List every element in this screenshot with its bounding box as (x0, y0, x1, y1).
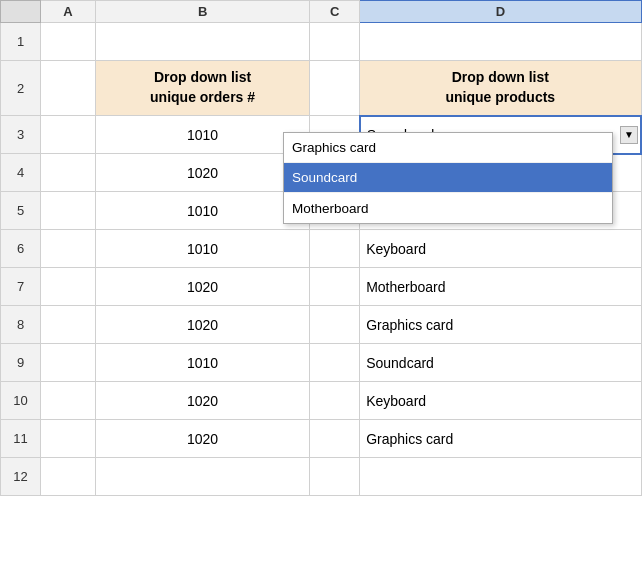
cell-1-c[interactable] (310, 23, 360, 61)
cell-5-b[interactable]: 1010 (95, 192, 309, 230)
cell-3-a[interactable] (41, 116, 96, 154)
cell-10-c[interactable] (310, 382, 360, 420)
table-row: 1 (1, 23, 642, 61)
table-row: 9 1010 Soundcard (1, 344, 642, 382)
cell-7-a[interactable] (41, 268, 96, 306)
cell-9-d[interactable]: Soundcard (360, 344, 641, 382)
cell-7-d[interactable]: Motherboard (360, 268, 641, 306)
cell-10-a[interactable] (41, 382, 96, 420)
row-num-5: 5 (1, 192, 41, 230)
cell-6-c[interactable] (310, 230, 360, 268)
dropdown-item-graphics-card[interactable]: Graphics card (284, 133, 612, 163)
row-num-3: 3 (1, 116, 41, 154)
row-num-12: 12 (1, 458, 41, 496)
row-num-2: 2 (1, 61, 41, 116)
cell-12-c[interactable] (310, 458, 360, 496)
row-num-7: 7 (1, 268, 41, 306)
cell-12-a[interactable] (41, 458, 96, 496)
cell-9-c[interactable] (310, 344, 360, 382)
cell-2-a[interactable] (41, 61, 96, 116)
cell-7-b[interactable]: 1020 (95, 268, 309, 306)
row-num-8: 8 (1, 306, 41, 344)
cell-9-b[interactable]: 1010 (95, 344, 309, 382)
table-row: 12 (1, 458, 642, 496)
table-row: 7 1020 Motherboard (1, 268, 642, 306)
dropdown-arrow[interactable]: ▼ (620, 126, 638, 144)
col-header-a[interactable]: A (41, 1, 96, 23)
row-num-4: 4 (1, 154, 41, 192)
cell-11-c[interactable] (310, 420, 360, 458)
table-row: 11 1020 Graphics card (1, 420, 642, 458)
cell-11-b[interactable]: 1020 (95, 420, 309, 458)
col-header-b[interactable]: B (95, 1, 309, 23)
cell-1-b[interactable] (95, 23, 309, 61)
col-header-c[interactable]: C (310, 1, 360, 23)
cell-12-d[interactable] (360, 458, 641, 496)
corner-cell (1, 1, 41, 23)
cell-6-a[interactable] (41, 230, 96, 268)
cell-11-d[interactable]: Graphics card (360, 420, 641, 458)
cell-6-b[interactable]: 1010 (95, 230, 309, 268)
cell-9-a[interactable] (41, 344, 96, 382)
col-header-d[interactable]: D (360, 1, 641, 23)
cell-10-d[interactable]: Keyboard (360, 382, 641, 420)
cell-8-b[interactable]: 1020 (95, 306, 309, 344)
row-num-10: 10 (1, 382, 41, 420)
row-num-1: 1 (1, 23, 41, 61)
cell-6-d[interactable]: Keyboard (360, 230, 641, 268)
cell-8-a[interactable] (41, 306, 96, 344)
cell-10-b[interactable]: 1020 (95, 382, 309, 420)
dropdown-item-soundcard[interactable]: Soundcard (284, 163, 612, 193)
cell-1-a[interactable] (41, 23, 96, 61)
cell-8-d[interactable]: Graphics card (360, 306, 641, 344)
table-row: 6 1010 Keyboard (1, 230, 642, 268)
cell-2-b[interactable]: Drop down listunique orders # (95, 61, 309, 116)
row-num-6: 6 (1, 230, 41, 268)
cell-7-c[interactable] (310, 268, 360, 306)
row-num-11: 11 (1, 420, 41, 458)
table-row: 8 1020 Graphics card (1, 306, 642, 344)
dropdown-popup: Graphics card Soundcard Motherboard (283, 132, 613, 224)
cell-12-b[interactable] (95, 458, 309, 496)
row-num-9: 9 (1, 344, 41, 382)
cell-4-a[interactable] (41, 154, 96, 192)
cell-4-b[interactable]: 1020 (95, 154, 309, 192)
cell-5-a[interactable] (41, 192, 96, 230)
cell-3-b[interactable]: 1010 (95, 116, 309, 154)
cell-11-a[interactable] (41, 420, 96, 458)
table-row: 2 Drop down listunique orders # Drop dow… (1, 61, 642, 116)
cell-8-c[interactable] (310, 306, 360, 344)
cell-1-d[interactable] (360, 23, 641, 61)
cell-2-d[interactable]: Drop down listunique products (360, 61, 641, 116)
cell-2-c[interactable] (310, 61, 360, 116)
dropdown-item-motherboard[interactable]: Motherboard (284, 193, 612, 223)
table-row: 10 1020 Keyboard (1, 382, 642, 420)
